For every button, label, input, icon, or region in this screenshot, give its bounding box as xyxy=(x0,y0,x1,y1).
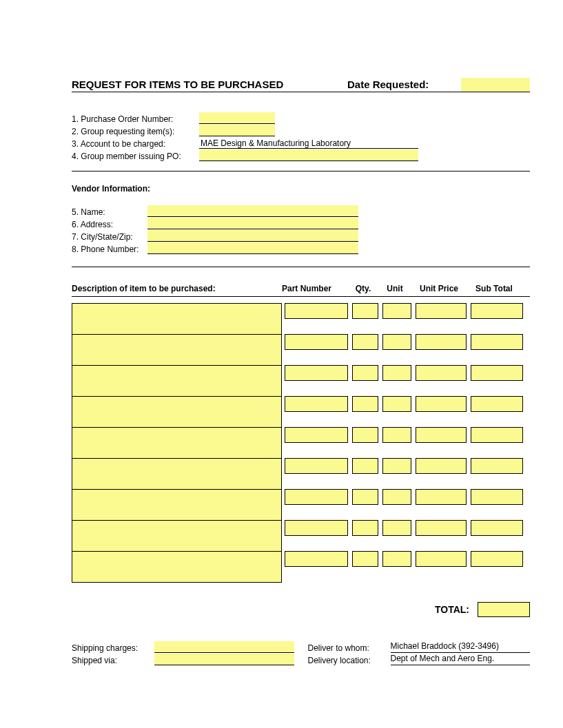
vendor-address-field[interactable] xyxy=(147,218,358,229)
group-requesting-field[interactable] xyxy=(199,125,275,136)
table-row xyxy=(72,490,530,521)
unit-cell[interactable] xyxy=(382,427,411,443)
deliver-to-field[interactable]: Michael Braddock (392-3496) xyxy=(391,641,531,653)
qty-cell[interactable] xyxy=(352,458,378,474)
member-issuing-label: 4. Group member issuing PO: xyxy=(72,152,199,161)
po-fields: 1. Purchase Order Number: 2. Group reque… xyxy=(72,112,530,161)
vendor-phone-label: 8. Phone Number: xyxy=(72,245,147,254)
part-cell[interactable] xyxy=(285,365,348,381)
sub-cell[interactable] xyxy=(471,458,523,474)
vendor-phone-field[interactable] xyxy=(147,242,358,254)
date-requested-field[interactable] xyxy=(461,78,530,92)
sub-cell[interactable] xyxy=(471,396,523,412)
qty-cell[interactable] xyxy=(352,396,378,412)
header-description: Description of item to be purchased: xyxy=(72,284,282,293)
sub-cell[interactable] xyxy=(471,303,523,319)
description-cell[interactable] xyxy=(72,520,282,552)
po-number-label: 1. Purchase Order Number: xyxy=(72,114,199,124)
unit-cell[interactable] xyxy=(382,303,411,319)
divider xyxy=(72,267,530,267)
shipping-charges-field[interactable] xyxy=(154,641,294,653)
unit-cell[interactable] xyxy=(382,365,411,381)
total-row: TOTAL: xyxy=(72,602,530,617)
unit-cell[interactable] xyxy=(382,489,411,505)
header-sub: Sub Total xyxy=(467,284,522,293)
qty-cell[interactable] xyxy=(352,520,378,536)
table-row xyxy=(72,459,530,490)
qty-cell[interactable] xyxy=(352,303,378,319)
vendor-csz-field[interactable] xyxy=(147,230,358,242)
table-row xyxy=(72,304,530,335)
unit-cell[interactable] xyxy=(382,396,411,412)
part-cell[interactable] xyxy=(285,551,348,567)
price-cell[interactable] xyxy=(416,396,467,412)
member-issuing-field[interactable] xyxy=(199,149,418,161)
qty-cell[interactable] xyxy=(352,489,378,505)
description-cell[interactable] xyxy=(72,458,282,490)
po-number-field[interactable] xyxy=(199,112,275,124)
sub-cell[interactable] xyxy=(471,520,523,536)
vendor-section-title: Vendor Information: xyxy=(72,184,530,194)
sub-cell[interactable] xyxy=(471,334,523,350)
sub-cell[interactable] xyxy=(471,489,523,505)
unit-cell[interactable] xyxy=(382,520,411,536)
price-cell[interactable] xyxy=(416,551,467,567)
delivery-location-field[interactable]: Dept of Mech and Aero Eng. xyxy=(391,654,531,665)
unit-cell[interactable] xyxy=(382,458,411,474)
unit-cell[interactable] xyxy=(382,551,411,567)
qty-cell[interactable] xyxy=(352,427,378,443)
header-unit: Unit xyxy=(378,284,411,293)
description-cell[interactable] xyxy=(72,365,282,397)
description-cell[interactable] xyxy=(72,551,282,583)
total-label: TOTAL: xyxy=(435,604,469,615)
part-cell[interactable] xyxy=(285,458,348,474)
header-price: Unit Price xyxy=(411,284,467,293)
table-row xyxy=(72,521,530,552)
shipped-via-field[interactable] xyxy=(154,654,294,665)
shipped-via-label: Shipped via: xyxy=(72,656,154,665)
price-cell[interactable] xyxy=(416,427,467,443)
description-cell[interactable] xyxy=(72,334,282,366)
sub-cell[interactable] xyxy=(471,551,523,567)
vendor-csz-label: 7. City/State/Zip: xyxy=(72,232,147,242)
table-row xyxy=(72,335,530,366)
group-requesting-label: 2. Group requesting item(s): xyxy=(72,127,199,136)
vendor-name-field[interactable] xyxy=(147,205,358,217)
price-cell[interactable] xyxy=(416,458,467,474)
price-cell[interactable] xyxy=(416,303,467,319)
account-label: 3. Account to be charged: xyxy=(72,139,199,149)
price-cell[interactable] xyxy=(416,365,467,381)
date-requested-label: Date Requested: xyxy=(347,79,461,92)
sub-cell[interactable] xyxy=(471,365,523,381)
unit-cell[interactable] xyxy=(382,334,411,350)
qty-cell[interactable] xyxy=(352,334,378,350)
items-header: Description of item to be purchased: Par… xyxy=(72,284,530,297)
deliver-to-label: Deliver to whom: xyxy=(308,643,391,653)
description-cell[interactable] xyxy=(72,489,282,521)
total-field[interactable] xyxy=(478,602,530,617)
part-cell[interactable] xyxy=(285,396,348,412)
sub-cell[interactable] xyxy=(471,427,523,443)
part-cell[interactable] xyxy=(285,489,348,505)
header-part: Part Number xyxy=(282,284,348,293)
description-cell[interactable] xyxy=(72,303,282,335)
account-field[interactable]: MAE Design & Manufacturing Laboratory xyxy=(199,138,351,148)
part-cell[interactable] xyxy=(285,303,348,319)
description-cell[interactable] xyxy=(72,396,282,428)
part-cell[interactable] xyxy=(285,520,348,536)
title-row: REQUEST FOR ITEMS TO BE PURCHASED Date R… xyxy=(72,76,530,92)
qty-cell[interactable] xyxy=(352,365,378,381)
shipping-charges-label: Shipping charges: xyxy=(72,643,154,653)
items-body xyxy=(72,304,530,583)
price-cell[interactable] xyxy=(416,489,467,505)
vendor-address-label: 6. Address: xyxy=(72,220,147,229)
page-title: REQUEST FOR ITEMS TO BE PURCHASED xyxy=(72,79,347,92)
description-cell[interactable] xyxy=(72,427,282,459)
table-row xyxy=(72,552,530,583)
price-cell[interactable] xyxy=(416,520,467,536)
qty-cell[interactable] xyxy=(352,551,378,567)
price-cell[interactable] xyxy=(416,334,467,350)
part-cell[interactable] xyxy=(285,427,348,443)
part-cell[interactable] xyxy=(285,334,348,350)
delivery-location-label: Delivery location: xyxy=(308,656,391,665)
